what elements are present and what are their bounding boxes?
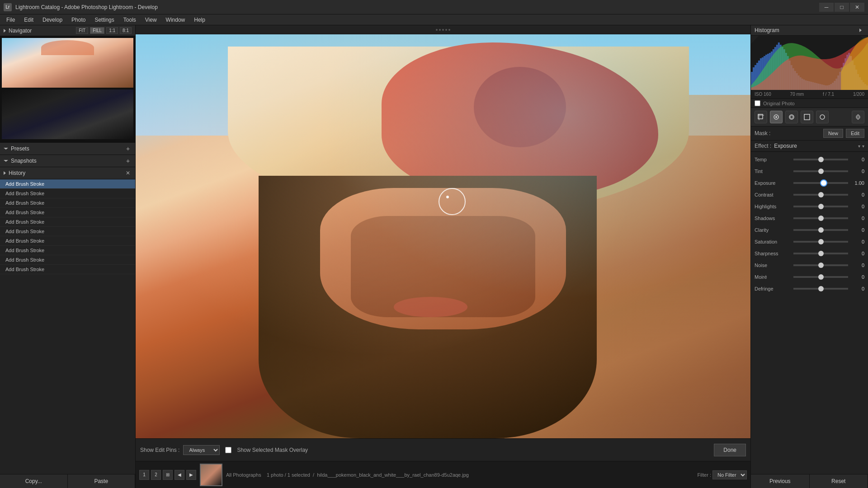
history-item[interactable]: Add Brush Stroke bbox=[0, 208, 135, 217]
show-mask-checkbox[interactable] bbox=[225, 447, 231, 453]
history-item[interactable]: Add Brush Stroke bbox=[0, 179, 135, 189]
radial-filter-icon[interactable] bbox=[770, 111, 783, 123]
slider-thumb-tint[interactable] bbox=[818, 169, 824, 174]
copy-button[interactable]: Copy... bbox=[0, 474, 68, 488]
history-item[interactable]: Add Brush Stroke bbox=[0, 227, 135, 236]
slider-track-defringe[interactable] bbox=[793, 288, 848, 290]
view-controls: 1 2 ⊞ ◀ ▶ bbox=[139, 470, 196, 480]
menu-settings[interactable]: Settings bbox=[90, 16, 118, 24]
prev-photo-button[interactable]: ◀ bbox=[175, 470, 184, 480]
slider-track-noise[interactable] bbox=[793, 264, 848, 266]
crop-tool-icon[interactable] bbox=[755, 111, 767, 123]
navigator-label: Navigator bbox=[9, 28, 74, 34]
slider-thumb-contrast[interactable] bbox=[818, 192, 824, 197]
view-2-button[interactable]: 2 bbox=[151, 470, 161, 480]
slider-thumb-exposure[interactable] bbox=[820, 179, 827, 187]
navigator-thumb-2[interactable] bbox=[2, 89, 133, 139]
navigator-thumb-1[interactable] bbox=[2, 38, 133, 88]
history-item[interactable]: Add Brush Stroke bbox=[0, 246, 135, 255]
done-button[interactable]: Done bbox=[714, 444, 746, 456]
effect-row: Effect : Exposure ▾ ▾ bbox=[751, 141, 868, 152]
history-item[interactable]: Add Brush Stroke bbox=[0, 189, 135, 198]
slider-track-moiré[interactable] bbox=[793, 276, 848, 278]
slider-track-exposure[interactable] bbox=[793, 182, 848, 184]
show-edit-select[interactable]: Always Selected Never bbox=[183, 445, 220, 455]
graduated-filter-icon[interactable] bbox=[801, 111, 813, 123]
slider-thumb-highlights[interactable] bbox=[818, 204, 824, 209]
slider-thumb-moiré[interactable] bbox=[818, 274, 824, 280]
mask-new-button[interactable]: New bbox=[823, 129, 843, 138]
bottom-toolbar: Show Edit Pins : Always Selected Never S… bbox=[136, 438, 750, 461]
slider-track-saturation[interactable] bbox=[793, 241, 848, 243]
slider-track-tint[interactable] bbox=[793, 170, 848, 172]
slider-track-temp[interactable] bbox=[793, 159, 848, 160]
original-photo-checkbox[interactable] bbox=[755, 100, 760, 106]
slider-track-sharpness[interactable] bbox=[793, 253, 848, 254]
settings-gear-icon[interactable] bbox=[852, 111, 864, 123]
snapshots-add-icon[interactable]: + bbox=[124, 157, 132, 164]
maximize-button[interactable]: □ bbox=[835, 3, 849, 12]
previous-button[interactable]: Previous bbox=[751, 474, 810, 488]
canvas-area[interactable] bbox=[136, 34, 750, 438]
presets-header[interactable]: Presets + bbox=[0, 143, 135, 155]
next-photo-button[interactable]: ▶ bbox=[186, 470, 196, 480]
history-item[interactable]: Add Brush Stroke bbox=[0, 265, 135, 274]
menu-view[interactable]: View bbox=[141, 16, 161, 24]
effect-dropdown-icon[interactable]: ▾ bbox=[858, 144, 860, 149]
menu-tools[interactable]: Tools bbox=[119, 16, 141, 24]
menu-photo[interactable]: Photo bbox=[67, 16, 90, 24]
range-mask-icon[interactable] bbox=[816, 111, 829, 123]
minimize-button[interactable]: ─ bbox=[819, 3, 834, 12]
filter-select[interactable]: No Filter Flagged Rated bbox=[712, 470, 747, 479]
slider-row-clarity: Clarity 0 bbox=[751, 224, 868, 236]
slider-thumb-defringe[interactable] bbox=[818, 286, 824, 291]
snapshots-header[interactable]: Snapshots + bbox=[0, 155, 135, 167]
slider-thumb-sharpness[interactable] bbox=[818, 251, 824, 256]
mask-edit-button[interactable]: Edit bbox=[846, 129, 864, 138]
menu-develop[interactable]: Develop bbox=[38, 16, 67, 24]
slider-track-shadows[interactable] bbox=[793, 217, 848, 219]
zoom-1to1-button[interactable]: 1:1 bbox=[106, 27, 118, 34]
slider-label-shadows: Shadows bbox=[755, 216, 791, 221]
fit-button[interactable]: FIT bbox=[76, 27, 88, 34]
zoom-8to1-button[interactable]: 8:1 bbox=[120, 27, 132, 34]
menu-window[interactable]: Window bbox=[161, 16, 190, 24]
menubar: File Edit Develop Photo Settings Tools V… bbox=[0, 14, 868, 25]
presets-collapse-icon bbox=[4, 148, 8, 150]
adjustment-brush-icon[interactable] bbox=[785, 111, 798, 123]
paste-button[interactable]: Paste bbox=[68, 474, 136, 488]
svg-point-75 bbox=[820, 115, 825, 119]
slider-value-shadows: 0 bbox=[851, 216, 864, 221]
slider-thumb-saturation[interactable] bbox=[818, 239, 824, 244]
slider-track-contrast[interactable] bbox=[793, 194, 848, 196]
view-1-button[interactable]: 1 bbox=[139, 470, 149, 480]
menu-edit[interactable]: Edit bbox=[19, 16, 38, 24]
slider-track-clarity[interactable] bbox=[793, 229, 848, 231]
menu-help[interactable]: Help bbox=[189, 16, 210, 24]
histogram-header[interactable]: Histogram bbox=[751, 25, 868, 36]
history-clear-icon[interactable]: ✕ bbox=[124, 169, 132, 177]
effect-expand-icon[interactable]: ▾ bbox=[862, 144, 864, 149]
history-item[interactable]: Add Brush Stroke bbox=[0, 236, 135, 246]
history-item[interactable]: Add Brush Stroke bbox=[0, 217, 135, 227]
presets-add-icon[interactable]: + bbox=[124, 145, 132, 152]
navigator-header[interactable]: Navigator FIT FILL 1:1 8:1 bbox=[0, 25, 135, 36]
filmstrip-thumb[interactable] bbox=[200, 464, 222, 486]
menu-file[interactable]: File bbox=[2, 16, 19, 24]
history-header[interactable]: History ✕ bbox=[0, 167, 135, 179]
fill-button[interactable]: FILL bbox=[90, 27, 104, 34]
slider-thumb-clarity[interactable] bbox=[818, 227, 824, 233]
history-item[interactable]: Add Brush Stroke bbox=[0, 198, 135, 208]
titlebar: Lr Lightroom Catalog - Adobe Photoshop L… bbox=[0, 0, 868, 14]
slider-value-moiré: 0 bbox=[851, 274, 864, 280]
reset-button[interactable]: Reset bbox=[810, 474, 868, 488]
original-photo-row: Original Photo bbox=[751, 99, 868, 108]
show-edit-label: Show Edit Pins : bbox=[140, 447, 179, 453]
slider-thumb-shadows[interactable] bbox=[818, 216, 824, 221]
history-item[interactable]: Add Brush Stroke bbox=[0, 255, 135, 265]
close-button[interactable]: ✕ bbox=[850, 3, 864, 12]
slider-track-highlights[interactable] bbox=[793, 206, 848, 207]
slider-thumb-noise[interactable] bbox=[818, 263, 824, 268]
grid-view-button[interactable]: ⊞ bbox=[163, 470, 173, 480]
slider-thumb-temp[interactable] bbox=[818, 157, 824, 162]
